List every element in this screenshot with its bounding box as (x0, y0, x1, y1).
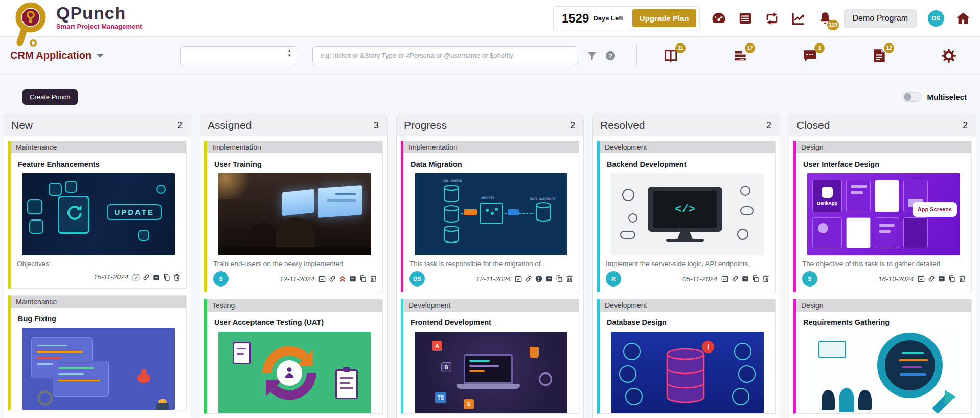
filter-icon[interactable] (586, 50, 598, 61)
copy-icon[interactable] (163, 273, 171, 281)
punch-card[interactable]: Development Backend Development </> Impl… (597, 141, 776, 292)
punch-card[interactable]: Development Database Design ! (597, 299, 776, 414)
chip-5: 5 (464, 399, 474, 409)
days-left-box: 1529 Days Left Upgrade Plan (553, 6, 700, 30)
assignee-avatar: R (606, 271, 621, 287)
punch-card[interactable]: Development Frontend Development A B TS … (401, 299, 579, 414)
copy-icon[interactable] (751, 275, 760, 283)
punch-card[interactable]: Testing User Acceptance Testing (UAT) (204, 299, 383, 414)
card-image: A B TS 5 (415, 332, 567, 413)
column-title: Progress (404, 119, 447, 131)
multiselect-label: Multiselect (927, 93, 967, 101)
column-count: 3 (374, 120, 379, 131)
kanban-board: New 2 Maintenance Feature Enhancements U… (0, 114, 980, 418)
card-category: Maintenance (11, 296, 186, 308)
home-icon[interactable] (955, 11, 971, 26)
upgrade-plan-button[interactable]: Upgrade Plan (632, 9, 696, 27)
dashboard-icon[interactable] (711, 11, 726, 26)
column-header[interactable]: Resolved 2 (593, 114, 780, 136)
card-category: Development (403, 299, 579, 312)
card-title: Feature Enhancements (11, 153, 186, 173)
card-title: User Interface Design (796, 153, 971, 173)
backlog-count-badge: 17 (745, 43, 755, 53)
assignee-avatar: S (802, 271, 817, 287)
card-due-date: 15-11-2024 (94, 273, 128, 281)
attachment-icon[interactable] (927, 275, 936, 283)
delete-icon[interactable] (173, 273, 181, 281)
card-title: Requirements Gathering (796, 312, 971, 332)
chip-b: B (441, 362, 451, 372)
card-description: The objective of this task is to gather … (796, 255, 971, 268)
calendar-icon[interactable] (132, 273, 140, 281)
punch-card[interactable]: Maintenance Bug Fixing (8, 295, 187, 410)
punch-card[interactable]: Design Requirements Gathering (793, 299, 972, 414)
search-input[interactable] (312, 46, 578, 65)
archive-icon[interactable] (741, 275, 749, 283)
notes-icon[interactable]: 12 (871, 48, 887, 64)
column-title: New (11, 119, 33, 131)
attachment-icon[interactable] (328, 275, 336, 283)
card-due-date: 12-11-2024 (280, 275, 314, 283)
reports-icon[interactable] (791, 11, 806, 26)
top-bar: QPunch Smart Project Management 1529 Day… (0, 0, 980, 37)
delete-icon[interactable] (958, 275, 966, 283)
calendar-icon[interactable] (514, 275, 522, 283)
attachment-icon[interactable] (142, 273, 150, 281)
delete-icon[interactable] (369, 275, 377, 283)
svg-text:SQL SOURCE: SQL SOURCE (443, 179, 462, 182)
create-punch-button[interactable]: Create Punch (22, 89, 78, 105)
update-label: UPDATE (107, 204, 162, 220)
archive-icon[interactable] (349, 275, 357, 283)
punch-card[interactable]: Design User Interface Design BankApp (793, 141, 972, 292)
calendar-icon[interactable] (917, 275, 925, 283)
story-type-select[interactable]: ▲▼ (180, 46, 297, 65)
app-logo[interactable]: QPunch Smart Project Management (9, 0, 142, 37)
punch-card[interactable]: Maintenance Feature Enhancements UPDATE … (8, 141, 187, 289)
help-icon[interactable] (605, 50, 616, 61)
copy-icon[interactable] (359, 275, 367, 283)
multiselect-toggle[interactable] (902, 92, 922, 102)
column-title: Closed (796, 119, 830, 131)
column-header[interactable]: Assigned 3 (200, 114, 387, 136)
toolbar-divider (636, 45, 637, 67)
chat-count-badge: 1 (814, 43, 825, 53)
bankapp-label: BankApp (817, 201, 837, 206)
forms-icon[interactable] (738, 11, 753, 26)
backlog-bars-icon[interactable]: 17 (732, 48, 748, 64)
punch-card[interactable]: Implementation User Training Train end-u… (204, 141, 383, 292)
column-header[interactable]: New 2 (4, 114, 191, 136)
column-header[interactable]: Progress 2 (397, 114, 583, 136)
alert-info-icon[interactable] (535, 275, 543, 283)
attachment-icon[interactable] (525, 275, 533, 283)
copy-icon[interactable] (948, 275, 956, 283)
archive-icon[interactable] (545, 275, 553, 283)
delete-icon[interactable] (762, 275, 770, 283)
multiselect-control: Multiselect (902, 92, 967, 102)
calendar-icon[interactable] (318, 275, 326, 283)
column-count: 2 (766, 120, 771, 131)
card-category: Implementation (207, 141, 382, 153)
column-count: 2 (177, 120, 183, 131)
delete-icon[interactable] (565, 275, 574, 283)
card-category: Maintenance (11, 141, 186, 153)
punch-card[interactable]: Implementation Data Migration (401, 141, 579, 292)
notes-count-badge: 12 (884, 43, 894, 53)
toggle-knob (904, 93, 911, 101)
column-count: 2 (570, 120, 575, 131)
notification-count-badge: 119 (827, 20, 838, 30)
punch-book-icon[interactable]: 11 (663, 48, 679, 64)
settings-gear-icon[interactable] (941, 48, 957, 64)
demo-program-button[interactable]: Demo Program (844, 9, 917, 28)
user-avatar[interactable]: DS (928, 10, 944, 27)
kanban-column-closed: Closed 2 Design User Interface Design Ba… (789, 114, 976, 418)
attachment-icon[interactable] (731, 275, 739, 283)
calendar-icon[interactable] (721, 275, 729, 283)
chat-icon[interactable]: 1 (802, 48, 818, 64)
card-due-date: 05-11-2024 (682, 275, 717, 283)
column-header[interactable]: Closed 2 (789, 114, 976, 136)
recurring-icon[interactable] (764, 11, 780, 26)
copy-icon[interactable] (555, 275, 563, 283)
notifications-bell-icon[interactable]: 119 (817, 11, 833, 26)
archive-icon[interactable] (152, 273, 161, 281)
archive-icon[interactable] (938, 275, 946, 283)
